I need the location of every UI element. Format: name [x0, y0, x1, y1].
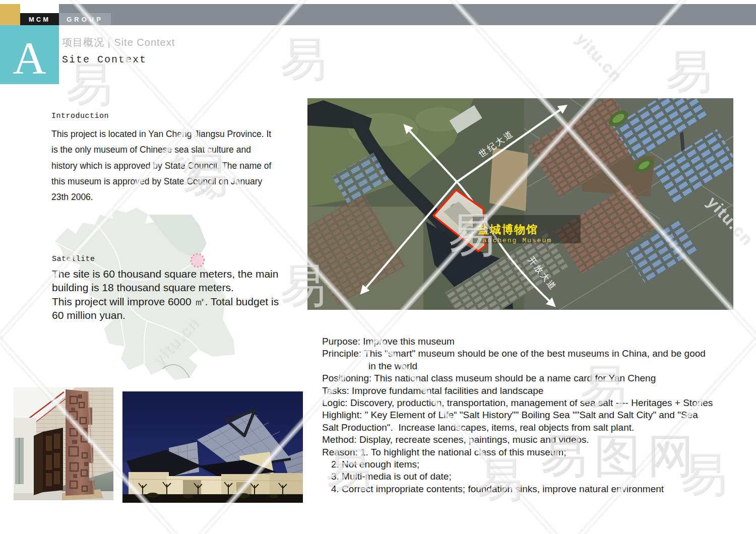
satellite-heading: Satellite [52, 255, 314, 263]
gold-accent-block [0, 4, 20, 25]
satellite-map: 盐城博物馆 Yancheng Museum 世纪大道 开放大道 [307, 98, 733, 310]
brief-line: Tasks: Improve fundamental facilities an… [322, 385, 750, 397]
brief-line: 3. Multi-media is out of date; [331, 471, 750, 483]
logo-mcm: MCM [20, 13, 59, 25]
satellite-line: building is 18 thousand square meters. [52, 281, 314, 294]
satellite-line: The site is 60 thousand square meters, t… [52, 267, 314, 281]
project-brief: Purpose: Improve this museum Principle: … [322, 336, 750, 495]
introduction-line: this museum is approved by State Council… [51, 174, 293, 189]
presentation-page: MCM GROUP A 项目概况 | Site Context Site Con… [0, 0, 756, 534]
logo-group: GROUP [59, 13, 111, 25]
top-bar [59, 4, 756, 25]
brief-line: Principle: This "smart" museum should be… [322, 348, 750, 360]
satellite-line: 60 million yuan. [52, 308, 314, 322]
brief-line: Salt Production". Increase landscapes, i… [322, 422, 750, 434]
introduction-heading: Introduction [51, 112, 293, 120]
watermark-glyph: 易 [280, 35, 326, 82]
breadcrumb: 项目概况 | Site Context [62, 36, 175, 49]
site-label-cn: 盐城博物馆 [477, 223, 538, 236]
brief-line: 4. Correct impropriate contents; foundat… [331, 483, 750, 495]
brief-line: 2. Not enough items; [331, 458, 750, 471]
watermark-url: yitu.cn [572, 29, 626, 85]
museum-building-photo [122, 391, 303, 503]
brief-line: Purpose: Improve this museum [322, 336, 750, 348]
watermark-glyph: 易 [665, 48, 712, 94]
brief-line: Highlight: " Key Element of Life“ "Salt … [322, 409, 750, 421]
page-title: Site Context [62, 54, 147, 65]
watermark-glyph: 易 [66, 60, 112, 107]
brief-line: Positioning: This national class museum … [322, 372, 750, 384]
brief-line: in the world [368, 360, 750, 372]
satellite-section: Satellite The site is 60 thousand square… [52, 255, 314, 322]
satellite-line: This project will improve 6000 ㎡. Total … [52, 295, 314, 308]
introduction-section: Introduction This project is located in … [51, 112, 293, 205]
introduction-line: is the only museum of Chinese sea slat c… [51, 142, 293, 158]
entrance-column-photo [14, 387, 113, 500]
introduction-line: history which is approved by State Counc… [51, 158, 293, 174]
brief-line: Reason: 1. To highlight the national cla… [322, 446, 750, 458]
introduction-line: 23th 2006. [51, 189, 293, 205]
brief-line: Logic: Discovery, production, transporta… [322, 397, 750, 409]
section-letter-badge: A [0, 25, 59, 84]
brief-line: Method: Display, recreate scenes, painti… [322, 434, 750, 446]
site-label-en: Yancheng Museum [478, 237, 552, 244]
introduction-line: This project is located in Yan Cheng Jia… [51, 126, 293, 142]
